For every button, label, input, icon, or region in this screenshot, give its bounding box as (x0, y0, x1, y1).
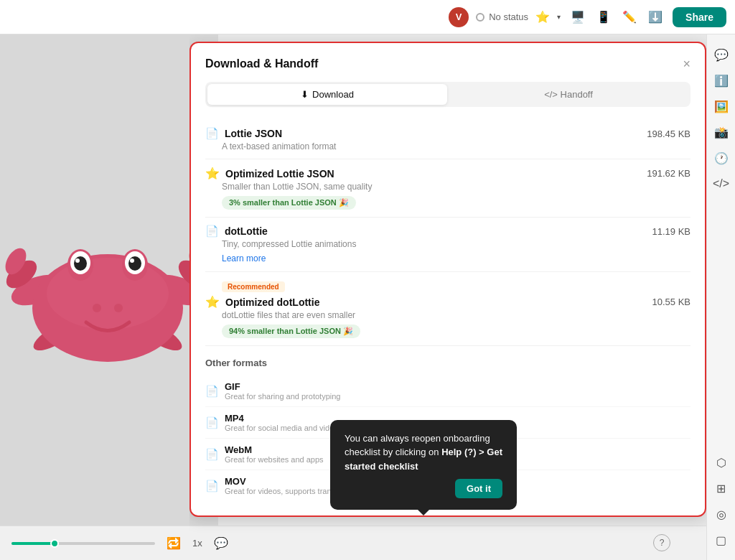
format-name: MP4 (225, 413, 342, 424)
onboarding-tooltip: You can always reopen onboarding checkli… (330, 420, 517, 510)
close-icon[interactable]: × (683, 57, 690, 70)
comment-icon[interactable]: 💬 (710, 43, 733, 66)
format-name: Lottie JSON (225, 128, 282, 139)
crop-icon[interactable]: ▢ (710, 528, 733, 551)
format-lottie-json[interactable]: 📄 Lottie JSON 198.45 KB A text-based ani… (205, 120, 690, 159)
format-name: WebM (225, 444, 324, 455)
panel-header: Download & Handoff × (205, 57, 690, 70)
playback-speed[interactable]: 1x (192, 538, 202, 549)
monitor-icon[interactable]: 🖥️ (568, 7, 588, 27)
svg-point-16 (128, 256, 141, 271)
svg-point-9 (47, 258, 169, 330)
panel-tabs: ⬇ Download </> Handoff (205, 82, 690, 107)
file-icon: 📄 (205, 416, 219, 429)
svg-point-18 (93, 304, 101, 312)
file-icon: 📄 (205, 448, 219, 461)
format-size: 11.19 KB (652, 226, 691, 237)
tooltip-arrow (418, 510, 429, 515)
progress-fill (11, 542, 55, 545)
format-name: GIF (225, 381, 340, 392)
chevron-down-icon[interactable]: ▾ (557, 13, 561, 21)
format-size: 191.62 KB (647, 168, 690, 179)
tab-download[interactable]: ⬇ Download (207, 84, 447, 105)
right-sidebar: 💬 ℹ️ 🖼️ 📸 🕐 </> ⬡ ⊞ ◎ ▢ (706, 34, 735, 560)
topbar-icons: 🖥️ 📱 ✏️ ⬇️ (568, 7, 665, 27)
svg-point-19 (114, 304, 123, 312)
format-gif[interactable]: 📄 GIF Great for sharing and prototyping (205, 375, 690, 407)
format-desc: Great for sharing and prototyping (225, 392, 340, 401)
status-dot (476, 13, 484, 22)
loop-icon[interactable]: 🔁 (164, 533, 184, 553)
tooltip-highlight: Help (?) > Get started checklist (345, 447, 502, 472)
handoff-tab-label: </> Handoff (544, 89, 593, 100)
transform-icon[interactable]: ⬡ (710, 451, 733, 474)
grid-icon[interactable]: ⊞ (710, 477, 733, 500)
format-desc: A text-based animation format (222, 141, 690, 151)
format-desc: Tiny, compressed Lottie animations (222, 239, 690, 249)
panel-title: Download & Handoff (205, 57, 318, 70)
savings-badge: 3% smaller than Lottie JSON 🎉 (222, 196, 356, 210)
file-icon: 📄 (205, 385, 219, 398)
user-avatar[interactable]: V (449, 7, 469, 27)
svg-point-14 (75, 258, 80, 263)
learn-more-link[interactable]: Learn more (222, 253, 266, 263)
topbar: V No status ⭐ ▾ 🖥️ 📱 ✏️ ⬇️ Share (0, 0, 735, 34)
format-desc: Smaller than Lottie JSON, same quality (222, 182, 690, 192)
recommended-badge: Recommended (222, 281, 285, 292)
info-icon[interactable]: ℹ️ (710, 69, 733, 92)
crab-illustration (0, 197, 215, 383)
svg-point-17 (130, 258, 134, 263)
other-formats-title: Other formats (205, 358, 690, 368)
status-label: No status (489, 11, 528, 22)
format-desc: dotLottie files that are even smaller (222, 310, 690, 320)
format-size: 198.45 KB (647, 129, 690, 139)
help-button[interactable]: ? (653, 534, 670, 551)
download-icon[interactable]: ⬇️ (645, 7, 665, 27)
got-it-button[interactable]: Got it (455, 479, 502, 498)
tooltip-text: You can always reopen onboarding checkli… (345, 433, 502, 472)
savings-badge: 94% smaller than Lottie JSON 🎉 (222, 325, 360, 338)
format-name: Optimized dotLottie (225, 297, 319, 308)
mobile-icon[interactable]: 📱 (594, 7, 614, 27)
bottom-bar: 🔁 1x 💬 ? (0, 526, 706, 560)
star-icon: ⭐ (205, 295, 220, 309)
status-indicator[interactable]: No status (476, 11, 528, 22)
camera-icon[interactable]: 📸 (710, 121, 733, 144)
animation-canvas (0, 197, 218, 398)
format-size: 10.55 KB (652, 297, 691, 307)
download-tab-label: Download (312, 89, 354, 100)
file-icon: 📄 (205, 480, 219, 493)
format-dotlottie[interactable]: 📄 dotLottie 11.19 KB Tiny, compressed Lo… (205, 218, 690, 272)
progress-track[interactable] (11, 542, 155, 545)
star-icon: ⭐ (205, 167, 220, 180)
gallery-icon[interactable]: 🖼️ (710, 95, 733, 118)
format-desc: Great for websites and apps (225, 455, 324, 464)
code-icon[interactable]: </> (710, 172, 733, 195)
comment-icon[interactable]: 💬 (211, 533, 231, 553)
edit-icon[interactable]: ✏️ (619, 7, 640, 27)
format-name: Optimized Lottie JSON (225, 168, 334, 179)
svg-point-13 (74, 256, 87, 271)
layers-icon[interactable]: ◎ (710, 503, 733, 526)
format-optimized-dotlottie[interactable]: Recommended ⭐ Optimized dotLottie 10.55 … (205, 272, 690, 346)
star-icon: ⭐ (535, 10, 550, 24)
tab-handoff[interactable]: </> Handoff (449, 84, 688, 105)
format-optimized-lottie-json[interactable]: ⭐ Optimized Lottie JSON 191.62 KB Smalle… (205, 159, 690, 218)
share-button[interactable]: Share (673, 7, 726, 27)
download-tab-icon: ⬇ (301, 89, 309, 100)
canvas-area (0, 34, 218, 560)
format-name: dotLottie (225, 225, 268, 237)
history-icon[interactable]: 🕐 (710, 146, 733, 169)
format-desc: Great for social media and videos (225, 424, 342, 432)
file-icon: 📄 (205, 127, 219, 140)
progress-dot (50, 539, 59, 548)
file-icon: 📄 (205, 225, 219, 238)
